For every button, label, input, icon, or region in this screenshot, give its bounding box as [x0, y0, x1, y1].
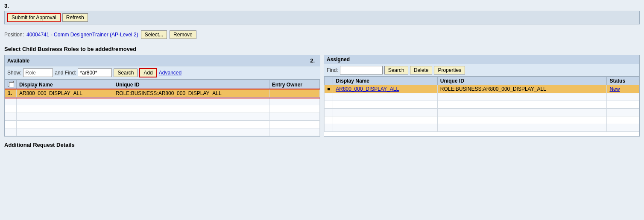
- assigned-table-container: Display Name Unique ID Status ■ AR800_00…: [324, 77, 639, 132]
- assigned-panel-header: Assigned: [324, 55, 639, 64]
- assigned-find-input[interactable]: [340, 66, 383, 74]
- position-label: Position:: [4, 32, 24, 38]
- table-row[interactable]: ■ AR800_000_DISPLAY_ALL ROLE:BUSINESS:AR…: [325, 85, 639, 93]
- remove-button[interactable]: Remove: [170, 30, 196, 39]
- available-search-button[interactable]: Search: [114, 68, 138, 77]
- assigned-col-status: Status: [607, 77, 639, 85]
- available-table-container: Display Name Unique ID Entry Owner 1. AR…: [5, 80, 320, 136]
- table-row: [5, 105, 320, 113]
- find-input[interactable]: [78, 68, 112, 77]
- step2-label: 2.: [307, 56, 317, 65]
- table-row[interactable]: 1. AR800_000_DISPLAY_ALL ROLE:BUSINESS:A…: [5, 89, 320, 98]
- table-row: [5, 113, 320, 121]
- delete-button[interactable]: Delete: [410, 66, 433, 74]
- available-panel-toolbar: Show: and Find: Search Add Advanced: [5, 66, 320, 80]
- show-input[interactable]: [23, 68, 53, 77]
- panels-row: Available 2. Show: and Find: Search Add …: [4, 55, 640, 137]
- advanced-link[interactable]: Advanced: [159, 70, 181, 76]
- row-entry-owner: [269, 89, 319, 98]
- row-bullet: ■: [325, 85, 333, 93]
- additional-section: Additional Request Details: [4, 142, 640, 148]
- properties-button[interactable]: Properties: [434, 66, 465, 74]
- row-unique-id: ROLE:BUSINESS:AR800_000_DISPLAY_ALL: [437, 85, 607, 93]
- available-table: Display Name Unique ID Entry Owner 1. AR…: [5, 80, 320, 136]
- table-row: [5, 128, 320, 136]
- refresh-button[interactable]: Refresh: [62, 13, 88, 22]
- section-title: Select Child Business Roles to be added/…: [4, 46, 640, 52]
- table-row: [5, 121, 320, 128]
- additional-title: Additional Request Details: [4, 142, 640, 148]
- assigned-col-indicator: [325, 77, 333, 85]
- assigned-find-label: Find:: [327, 67, 338, 73]
- available-panel: Available 2. Show: and Find: Search Add …: [4, 55, 320, 137]
- available-col-display-name: Display Name: [17, 80, 113, 89]
- assigned-table: Display Name Unique ID Status ■ AR800_00…: [324, 77, 639, 132]
- step3-label: 3.: [4, 3, 640, 9]
- select-button[interactable]: Select...: [141, 30, 167, 39]
- table-row: [325, 124, 639, 132]
- find-label: and Find:: [55, 70, 76, 76]
- table-row: [325, 116, 639, 124]
- submit-for-approval-button[interactable]: Submit for Approval: [7, 13, 61, 22]
- copy-icon[interactable]: [8, 81, 14, 87]
- row-status[interactable]: New: [607, 85, 639, 93]
- row-unique-id: ROLE:BUSINESS:AR800_000_DISPLAY_ALL: [113, 89, 269, 98]
- page-wrapper: 3. Submit for Approval Refresh Position:…: [0, 0, 644, 220]
- assigned-panel: Assigned Find: Search Delete Properties …: [324, 55, 640, 137]
- assigned-panel-toolbar: Find: Search Delete Properties: [324, 64, 639, 77]
- assigned-col-display-name: Display Name: [333, 77, 438, 85]
- position-value[interactable]: 40004741 - Comm Designer/Trainer (AP-Lev…: [26, 32, 138, 38]
- table-row: [325, 101, 639, 109]
- row-display-name[interactable]: AR800_000_DISPLAY_ALL: [333, 85, 438, 93]
- table-row: [5, 98, 320, 105]
- position-row: Position: 40004741 - Comm Designer/Train…: [4, 29, 640, 41]
- assigned-col-unique-id: Unique ID: [437, 77, 607, 85]
- available-col-entry-owner: Entry Owner: [269, 80, 319, 89]
- toolbar: Submit for Approval Refresh: [4, 11, 640, 24]
- row-display-name: AR800_000_DISPLAY_ALL: [17, 89, 113, 98]
- assigned-search-button[interactable]: Search: [384, 66, 408, 74]
- table-row: [325, 109, 639, 116]
- row-step1-label: 1.: [5, 89, 17, 98]
- available-panel-header: Available: [7, 58, 29, 64]
- available-col-unique-id: Unique ID: [113, 80, 269, 89]
- add-button[interactable]: Add: [139, 68, 157, 77]
- show-label: Show:: [7, 70, 21, 76]
- table-row: [325, 93, 639, 101]
